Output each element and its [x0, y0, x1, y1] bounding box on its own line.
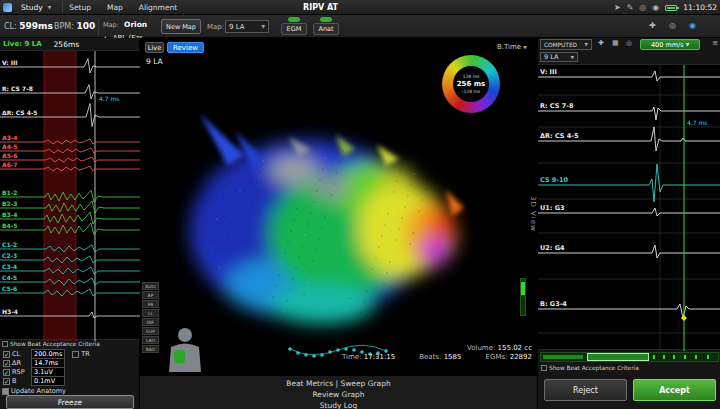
- view-button-pa[interactable]: PA: [142, 300, 159, 308]
- freeze-button[interactable]: Freeze: [6, 395, 134, 409]
- interval-annotation: 4.7 ms: [687, 119, 707, 126]
- show-criteria-checkbox[interactable]: [2, 341, 8, 347]
- interval-annotation: 4.7 ms: [99, 95, 119, 102]
- btime-dropdown[interactable]: B.Time▼: [497, 43, 527, 51]
- study-menu-button[interactable]: Study ▼: [16, 3, 56, 12]
- volume-value: 155.02 cc: [498, 344, 532, 352]
- view-button-ap[interactable]: AP: [142, 291, 159, 299]
- battery-icon: [665, 5, 677, 11]
- calipers-icon[interactable]: ✚: [598, 40, 604, 47]
- chevron-down-icon: ▼: [585, 42, 588, 47]
- slider-handle[interactable]: [521, 282, 525, 295]
- map-select-dropdown[interactable]: 9 LA▼: [225, 20, 269, 33]
- app-logo: [3, 3, 12, 12]
- review-view-label: Review: [173, 44, 198, 52]
- map-threshold-slider[interactable]: [520, 278, 526, 316]
- sweep-speed-label: 400 mm/s: [651, 41, 684, 49]
- egm-toggle[interactable]: [288, 17, 300, 22]
- pencil-tool-icon[interactable]: ✎: [627, 4, 634, 12]
- anat-toggle[interactable]: [320, 17, 332, 22]
- view-button-sup[interactable]: SUP: [142, 327, 159, 335]
- review-map-value: 9 LA: [544, 53, 558, 61]
- review-map-dropdown[interactable]: 9 LA▼: [540, 52, 578, 62]
- criterion-extra-checkbox[interactable]: [72, 351, 79, 358]
- live-signals-panel: Live: 9 LA 256ms V: IIIR: CS 7-8ΔR: CS 4…: [0, 38, 140, 409]
- update-anatomy-label: Update Anatomy: [11, 387, 66, 395]
- view-button-lao[interactable]: LAO: [142, 336, 159, 344]
- new-map-button[interactable]: New Map: [161, 19, 201, 34]
- live-traces-display[interactable]: V: IIIR: CS 7-8ΔR: CS 4-5A3-4A4-5A5-6A6-…: [0, 50, 140, 340]
- review-traces-display[interactable]: V: IIIR: CS 7-8ΔR: CS 4-5CS 9-10U1: G3U2…: [538, 64, 720, 350]
- update-anatomy-checkbox[interactable]: [2, 388, 9, 395]
- accept-button[interactable]: Accept: [633, 379, 716, 401]
- cycle-length-readout: CL: 599ms: [4, 21, 53, 31]
- criterion-checkbox[interactable]: ✓: [3, 360, 10, 367]
- criterion-value: 0.1mV: [31, 376, 65, 386]
- criterion-checkbox[interactable]: ✓: [3, 369, 10, 376]
- beats-stat: Beats: 1585: [419, 353, 461, 362]
- chevron-down-icon: ▼: [571, 55, 574, 60]
- top-menu-bar: Study ▼ SetupMapAlignment RIPV AT ➤ ✎ ◎ …: [0, 0, 720, 15]
- anat-button[interactable]: Anat: [313, 23, 339, 35]
- chevron-down-icon: ▼: [48, 5, 51, 10]
- criterion-label: B: [12, 377, 29, 385]
- egms-stat: EGMs: 22892: [486, 353, 532, 362]
- live-panel-header: Live: 9 LA 256ms: [0, 38, 140, 50]
- live-view-label: Live: [148, 44, 161, 52]
- egm-button-label: EGM: [287, 25, 302, 33]
- target-icon[interactable]: ◎: [669, 22, 676, 30]
- menu-item-map[interactable]: Map: [107, 3, 123, 12]
- color-wheel-center: 128 ms 256 ms -128 ms: [453, 66, 489, 102]
- chevron-down-icon: ▼: [523, 45, 526, 50]
- study-menu-label: Study: [21, 3, 43, 12]
- sweep-speed-button[interactable]: 400 mm/s▼: [640, 39, 700, 50]
- bottom-link-study-log[interactable]: Study Log: [320, 401, 357, 409]
- show-criteria-row: Show Beat Acceptance Criteria: [541, 365, 639, 371]
- pointer-tool-icon[interactable]: ➤: [614, 4, 621, 12]
- wrench-icon[interactable]: ✚: [649, 22, 656, 30]
- show-criteria-checkbox[interactable]: [541, 365, 547, 371]
- map-3d-panel: Live Review 9 LA B.Time▼ 128 ms 256 ms -…: [140, 38, 537, 409]
- map-select-value: 9 LA: [229, 23, 245, 31]
- record-icon[interactable]: ◉: [689, 22, 696, 30]
- menu-item-alignment[interactable]: Alignment: [139, 3, 177, 12]
- beat-criterion-row: ✓ΔR14.7ms: [3, 359, 65, 367]
- egm-button[interactable]: EGM: [281, 23, 307, 35]
- criterion-extra-label: TR: [81, 350, 90, 358]
- chevron-down-icon: ▼: [262, 24, 265, 29]
- camera-icon[interactable]: ◉: [652, 4, 659, 12]
- reference-dropdown[interactable]: COMPUTED▼: [540, 39, 592, 50]
- map-name-label: 9 LA: [146, 57, 163, 66]
- review-view-button[interactable]: Review: [167, 42, 204, 53]
- egm-toggle-group: EGM: [281, 17, 307, 35]
- view-button-rao[interactable]: RAO: [142, 345, 159, 353]
- timeline-selection[interactable]: [587, 353, 649, 361]
- map-select-label: Map:: [207, 23, 224, 31]
- view-button-auto[interactable]: Auto: [142, 282, 159, 290]
- bottom-link-beat-metrics-sweep-graph[interactable]: Beat Metrics | Sweep Graph: [286, 379, 390, 388]
- window-title: RIPV AT: [303, 3, 338, 12]
- reject-button[interactable]: Reject: [544, 379, 627, 401]
- color-scale-wheel[interactable]: 128 ms 256 ms -128 ms: [442, 55, 500, 113]
- map-statistics: Volume: 155.02 cc Time: 17:31:15 Beats: …: [342, 344, 532, 362]
- show-criteria-label: Show Beat Acceptance Criteria: [549, 365, 639, 371]
- marker-icon[interactable]: ◎: [626, 40, 632, 47]
- target-tool-icon[interactable]: ◎: [639, 4, 646, 12]
- bottom-links-bar: Beat Metrics | Sweep GraphReview GraphSt…: [140, 375, 537, 409]
- criterion-label: CL: [12, 350, 29, 358]
- panel-side-label: 3D View: [529, 196, 537, 232]
- criterion-checkbox[interactable]: ✓: [3, 351, 10, 358]
- update-anatomy-row: Update Anatomy: [2, 387, 66, 395]
- more-icon[interactable]: ≡: [712, 40, 718, 47]
- live-view-button[interactable]: Live: [145, 42, 164, 53]
- menu-item-setup[interactable]: Setup: [69, 3, 91, 12]
- bpm-readout: BPM: 100: [54, 21, 95, 31]
- view-button-ll[interactable]: LL: [142, 309, 159, 317]
- live-map-label: Live: 9 LA: [3, 40, 42, 48]
- view-button-inf[interactable]: INF: [142, 318, 159, 326]
- criterion-checkbox[interactable]: ✓: [3, 378, 10, 385]
- divider: [98, 18, 99, 35]
- beat-timeline[interactable]: [540, 352, 719, 362]
- bottom-link-review-graph[interactable]: Review Graph: [312, 390, 364, 399]
- grid-icon[interactable]: ▦: [612, 40, 619, 47]
